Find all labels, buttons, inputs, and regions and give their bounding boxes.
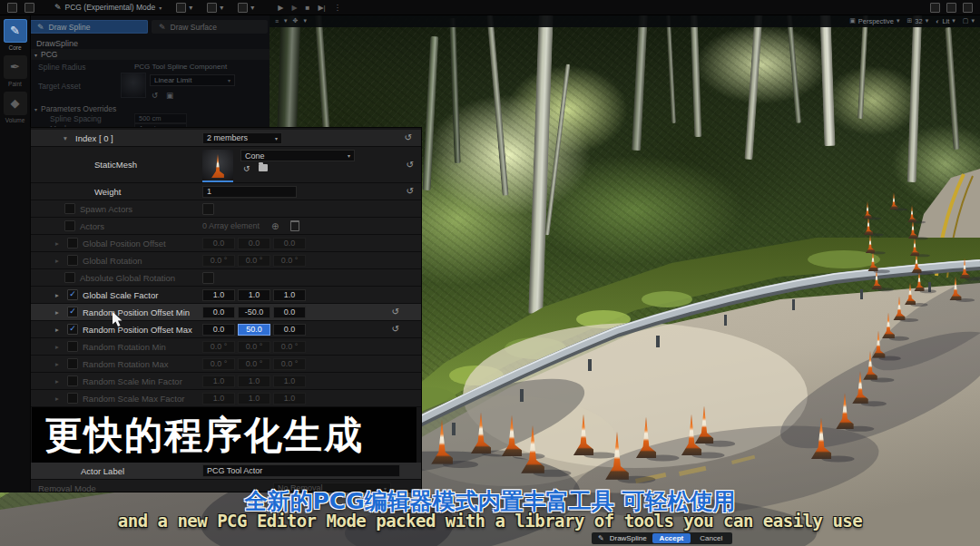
mesh-dropdown[interactable]: Cone▾ [240, 150, 355, 161]
vector-component-input[interactable]: 50.0 [238, 324, 270, 336]
expander-arrow[interactable]: ▸ [55, 291, 63, 299]
property-row[interactable]: Absolute Global Rotation [31, 269, 421, 287]
property-row[interactable]: ▾Index [ 0 ]2 members▾↺ [31, 130, 421, 147]
expander-arrow[interactable]: ▸ [55, 239, 63, 248]
settings-icon[interactable] [930, 3, 940, 13]
override-checkbox[interactable]: ✓ [67, 289, 78, 300]
property-row[interactable]: Weight1↺ [31, 183, 421, 200]
add-element-icon[interactable]: ⊕ [271, 221, 279, 231]
text-input[interactable]: PCG Tool Actor [202, 464, 400, 477]
reset-to-default-button[interactable]: ↺ [392, 307, 399, 317]
vector-component-input[interactable]: 0.0 ° [202, 341, 235, 353]
use-selected-icon[interactable]: ↺ [243, 164, 250, 173]
value-checkbox[interactable] [202, 272, 214, 284]
perspective-selector[interactable]: ▣ Perspective ▾ [849, 17, 899, 25]
property-row[interactable]: ▸Random Rotation Min0.0 °0.0 °0.0 ° [31, 338, 421, 356]
vector-component-input[interactable]: -50.0 [238, 307, 270, 318]
property-row[interactable]: ▸✓Global Scale Factor1.01.01.0 [31, 287, 421, 304]
reset-to-default-button[interactable]: ↺ [405, 132, 412, 142]
vector-component-input[interactable]: 0.0 [202, 324, 235, 336]
vector-component-input[interactable]: 0.0 ° [202, 358, 235, 370]
vector-component-input[interactable]: 1.0 [273, 375, 306, 387]
reset-to-default-button[interactable]: ↺ [407, 159, 414, 169]
tab-draw-surface[interactable]: ✎ Draw Surface [152, 20, 268, 34]
mesh-thumbnail[interactable] [202, 150, 233, 182]
override-checkbox[interactable] [64, 203, 75, 214]
property-row[interactable]: ▸✓Random Position Offset Min0.0-50.00.0↺ [31, 304, 421, 321]
help-icon[interactable] [963, 3, 973, 13]
vector-component-input[interactable]: 0.0 [273, 324, 306, 336]
vector-component-input[interactable]: 1.0 [202, 375, 235, 387]
vector-component-input[interactable]: 1.0 [273, 289, 306, 301]
vector-component-input[interactable]: 1.0 [273, 393, 306, 405]
vector-component-input[interactable]: 0.0 ° [238, 341, 270, 353]
tab-draw-spline[interactable]: ✎ Draw Spline [30, 20, 148, 34]
expander-arrow[interactable]: ▸ [55, 343, 63, 351]
layout-icon[interactable] [946, 3, 956, 13]
vector-component-input[interactable]: 0.0 ° [273, 341, 306, 353]
save-icon[interactable] [7, 3, 17, 13]
property-row[interactable]: ▸Global Position Offset0.00.00.0 [31, 235, 421, 252]
content-browser-icon[interactable] [24, 3, 34, 13]
override-checkbox[interactable] [67, 358, 78, 369]
tool-paint[interactable]: ✒ Paint [3, 55, 27, 87]
cinematics-dropdown[interactable]: ▾ [238, 3, 254, 13]
override-checkbox[interactable]: ✓ [67, 307, 78, 317]
override-checkbox[interactable] [64, 272, 75, 283]
property-row[interactable]: StaticMeshCone▾↺↺ [31, 147, 421, 183]
more-options-icon[interactable]: ⋮ [334, 4, 341, 12]
expander-arrow[interactable]: ▾ [64, 134, 71, 142]
section-pcg[interactable]: ▾ PCG [30, 49, 270, 60]
value-checkbox[interactable] [202, 203, 214, 215]
vector-component-input[interactable]: 0.0 ° [238, 358, 270, 370]
vector-component-input[interactable]: 0.0 [202, 307, 235, 318]
vector-component-input[interactable]: 1.0 [238, 289, 270, 301]
asset-dropdown[interactable]: Linear Limit▾ [150, 74, 235, 86]
property-row[interactable]: ▸✓Random Position Offset Max0.050.00.0↺ [31, 321, 421, 338]
expander-arrow[interactable]: ▸ [55, 326, 63, 334]
vector-component-input[interactable]: 1.0 [238, 393, 270, 405]
viewport-menu-icon[interactable]: ≡ [275, 18, 279, 24]
lit-mode-selector[interactable]: ◐ Lit ▾ [936, 17, 956, 25]
viewport-maximize[interactable]: ▢ ▾ [963, 17, 975, 24]
property-row[interactable]: ▸Random Rotation Max0.0 °0.0 °0.0 ° [31, 356, 421, 373]
property-row[interactable]: Actor LabelPCG Tool Actor [31, 463, 421, 480]
grid-size-selector[interactable]: ⊞ 32 ▾ [906, 17, 928, 25]
vector-component-input[interactable]: 1.0 [202, 393, 235, 405]
tool-core[interactable]: ✎ Core [3, 19, 27, 51]
play-button[interactable]: ▶ [278, 4, 283, 12]
add-actor-dropdown[interactable]: ▾ [176, 3, 192, 13]
cancel-button[interactable]: Cancel [696, 533, 726, 543]
expander-arrow[interactable]: ▸ [55, 360, 63, 368]
expander-arrow[interactable]: ▸ [55, 377, 63, 385]
expander-arrow[interactable]: ▸ [55, 395, 63, 403]
transform-icon[interactable]: ✥ [293, 17, 299, 24]
override-checkbox[interactable] [67, 341, 78, 352]
vector-component-input[interactable]: 0.0 ° [238, 255, 270, 267]
override-checkbox[interactable]: ✓ [67, 324, 78, 335]
browse-to-asset-icon[interactable]: ▣ [166, 91, 173, 100]
override-checkbox[interactable] [67, 375, 78, 386]
vector-component-input[interactable]: 0.0 [202, 238, 235, 249]
eject-button[interactable]: ▶| [318, 4, 325, 12]
asset-thumbnail[interactable] [121, 73, 146, 98]
expander-arrow[interactable]: ▸ [55, 308, 63, 317]
vector-component-input[interactable]: 0.0 [238, 238, 270, 249]
accept-button[interactable]: Accept [652, 533, 691, 543]
override-checkbox[interactable] [67, 393, 78, 404]
blueprints-dropdown[interactable]: ▾ [207, 3, 223, 13]
property-row[interactable]: ▸Random Scale Max Factor1.01.01.0 [31, 390, 421, 407]
vector-component-input[interactable]: 0.0 ° [273, 358, 306, 370]
property-row[interactable]: Spawn Actors [31, 200, 421, 218]
use-selected-icon[interactable]: ↺ [152, 91, 158, 100]
override-checkbox[interactable] [64, 220, 75, 231]
vector-component-input[interactable]: 1.0 [238, 375, 270, 387]
vector-component-input[interactable]: 0.0 ° [273, 255, 306, 267]
vector-component-input[interactable]: 0.0 ° [202, 255, 235, 267]
number-input[interactable]: 1 [202, 186, 297, 198]
property-row[interactable]: Actors0 Array element⊕ [31, 218, 421, 235]
property-row[interactable]: ▸Global Rotation0.0 °0.0 °0.0 ° [31, 252, 421, 269]
value-box[interactable]: 500 cm [134, 113, 187, 123]
reset-to-default-button[interactable]: ↺ [392, 324, 399, 334]
vector-component-input[interactable]: 0.0 [273, 238, 306, 249]
